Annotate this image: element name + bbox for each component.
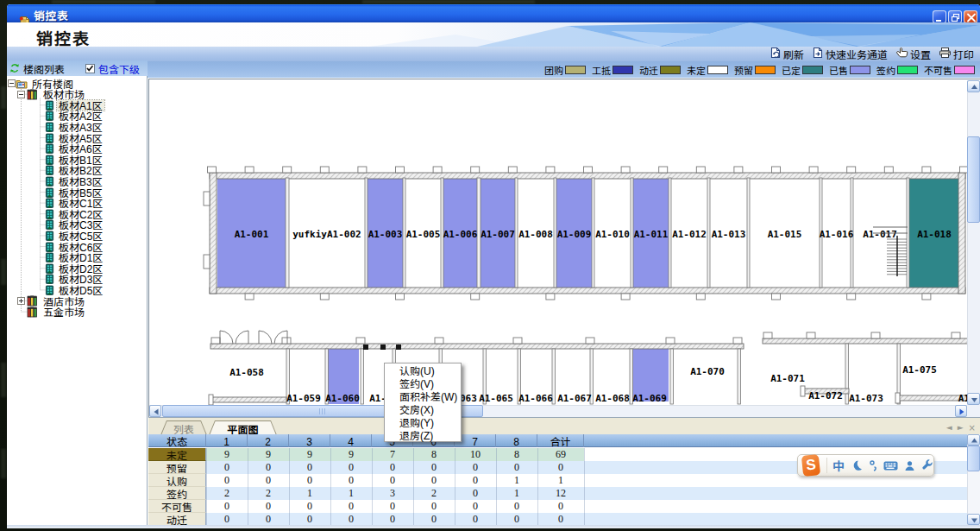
table-column-header[interactable]: 4 (330, 434, 372, 447)
toolbar-button-2[interactable]: 设置 (895, 47, 931, 61)
sidebar-header: 楼阁列表 包含下级 (7, 60, 148, 76)
table-cell: 0 (413, 500, 455, 513)
plan-vscroll-thumb[interactable] (967, 136, 980, 223)
include-sub-label[interactable]: 包含下级 (98, 61, 140, 76)
tab-scroll-left-icon[interactable]: ◄ (946, 423, 952, 433)
svg-text:A1-065: A1-065 (479, 393, 513, 404)
context-menu-item[interactable]: 退房(Z) (385, 428, 461, 441)
context-menu-item[interactable]: 退购(Y) (385, 415, 461, 428)
svg-text:A1-010: A1-010 (595, 229, 630, 240)
context-menu-item[interactable]: 交房(X) (385, 402, 461, 415)
legend-label: 工抵 (592, 63, 611, 77)
table-column-header[interactable]: 8 (496, 434, 537, 447)
tree-expand-minus-icon[interactable] (8, 79, 16, 87)
table-cell: 12 (537, 487, 584, 500)
toolbar-button-1[interactable]: 快速业务通道 (812, 47, 888, 61)
table-scroll-down-button[interactable] (967, 514, 980, 525)
maximize-restore-button[interactable] (948, 10, 962, 23)
table-cell: 0 (537, 500, 584, 513)
table-column-header[interactable]: 2 (248, 434, 289, 447)
svg-text:A1-003: A1-003 (368, 229, 403, 240)
market-icon (27, 307, 39, 318)
table-cell: 0 (248, 474, 289, 487)
tree-expand-plus-icon[interactable] (17, 297, 25, 305)
window-bottom-edge (7, 525, 980, 528)
screen: 销控表 销控表 刷新快速业务 (0, 0, 980, 531)
area-icon (45, 231, 54, 241)
table-cell: 0 (206, 474, 248, 487)
floorplan-drawing: .plbl{font:bold 11px "DejaVu Sans Mono",… (149, 80, 967, 405)
plan-scroll-left-button[interactable] (149, 405, 161, 417)
svg-text:A1-066: A1-066 (518, 393, 553, 404)
svg-text:A1-017: A1-017 (863, 229, 897, 240)
plan-scroll-right-button[interactable] (955, 405, 967, 417)
user-icon[interactable] (904, 460, 915, 471)
tab-nav-buttons: ◄ ► × (946, 423, 976, 433)
table-cell: 0 (455, 461, 496, 474)
table-cell: 2 (248, 487, 289, 500)
chinese-mode-icon[interactable]: 中 (832, 457, 845, 474)
keyboard-icon[interactable] (883, 460, 898, 471)
table-scroll-up-button[interactable] (967, 434, 980, 446)
context-menu-item[interactable]: 面积补差(W) (385, 389, 461, 402)
context-menu-item[interactable]: 签约(V) (385, 376, 461, 389)
area-icon (45, 252, 54, 262)
table-cell: 0 (330, 474, 372, 487)
toolbar: 刷新快速业务通道设置打印 (770, 47, 974, 61)
area-icon (45, 111, 54, 121)
table-vscroll-thumb[interactable] (967, 446, 980, 471)
refresh-tree-icon[interactable] (9, 63, 20, 73)
table-cell: 0 (537, 461, 584, 474)
toolbar-button-0[interactable]: 刷新 (770, 47, 804, 61)
table-cell: 2 (206, 487, 248, 500)
market-icon (27, 295, 39, 307)
table-cell: 0 (413, 513, 455, 525)
window-title: 销控表 (34, 7, 69, 23)
table-cell: 0 (496, 513, 537, 525)
table-row-label[interactable]: 动迁 (148, 513, 206, 525)
area-icon (45, 100, 54, 111)
table-column-header[interactable]: 状态 (148, 434, 206, 447)
table-column-header[interactable]: 1 (206, 434, 248, 447)
moon-icon[interactable] (851, 459, 863, 471)
table-cell: 0 (413, 474, 455, 487)
table-cell: 1 (330, 487, 372, 500)
plan-vscrollbar[interactable] (967, 80, 980, 405)
area-icon (45, 165, 54, 175)
area-icon (45, 187, 54, 198)
tab-1[interactable]: 平面图 (209, 420, 277, 435)
tab-scroll-right-icon[interactable]: ► (958, 423, 964, 433)
punctuation-icon[interactable] (869, 459, 877, 471)
table-cell: 0 (289, 500, 330, 513)
area-icon (45, 242, 54, 252)
table-cell: 2 (413, 487, 455, 500)
legend-label: 不可售 (924, 63, 952, 77)
legend-swatch (565, 66, 586, 74)
svg-text:A1-012: A1-012 (672, 229, 707, 240)
toolbar-button-label: 刷新 (783, 47, 804, 61)
plan-scroll-up-button[interactable] (967, 80, 980, 92)
tab-close-icon[interactable]: × (969, 423, 976, 433)
legend-swatch (802, 66, 823, 74)
table-cell: 9 (206, 448, 248, 461)
tree-item[interactable]: 五金市场 (27, 307, 86, 318)
minimize-button[interactable] (933, 10, 946, 23)
sogou-logo-icon[interactable]: S (801, 454, 821, 477)
svg-text:A1-075: A1-075 (902, 364, 937, 376)
legend-swatch (707, 66, 728, 74)
wrench-icon[interactable] (921, 459, 933, 471)
toolbar-button-3[interactable]: 打印 (939, 47, 974, 61)
status-table: 状态12345678合计未定99997810869预留000000000认购00… (148, 434, 967, 525)
legend-label: 预留 (734, 63, 753, 77)
include-sub-checkbox[interactable] (85, 64, 95, 73)
svg-text:A1-007: A1-007 (481, 229, 515, 240)
table-column-header[interactable]: 3 (289, 434, 330, 447)
tab-0[interactable]: 列表 (160, 420, 207, 435)
table-column-header[interactable]: 合计 (537, 434, 584, 447)
context-menu-item[interactable]: 认购(U) (385, 363, 461, 376)
table-cell: 0 (248, 500, 289, 513)
tree-expand-minus-icon[interactable] (17, 91, 25, 98)
legend: 团购工抵动迁未定预留已定已售签约不可售 (538, 61, 975, 78)
plan-scroll-down-button[interactable] (967, 393, 980, 405)
close-button[interactable] (964, 10, 977, 23)
